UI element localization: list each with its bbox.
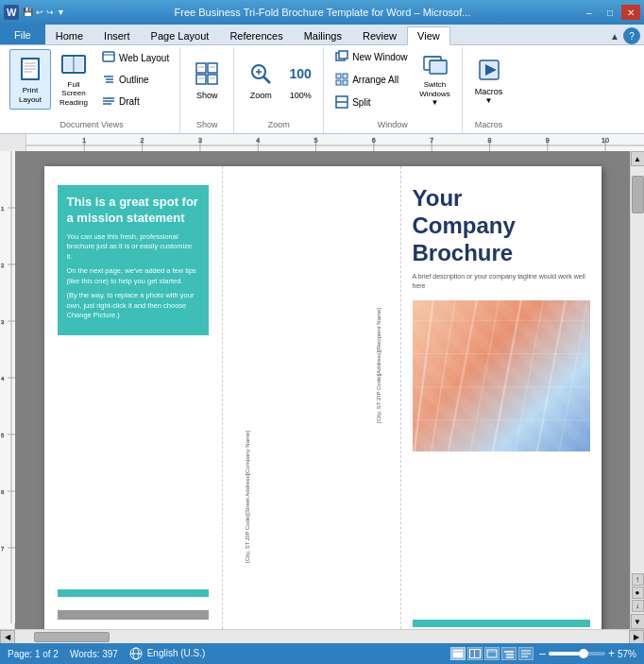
company-return-address: [Company Name] [Street Address] [City, S…	[244, 431, 252, 563]
select-browse-button[interactable]: ●	[632, 587, 644, 599]
new-window-button[interactable]: New Window	[330, 46, 412, 67]
zoom-button[interactable]: Zoom	[240, 49, 281, 110]
zoom-bar-fill	[549, 652, 580, 655]
svg-rect-21	[208, 63, 217, 73]
svg-line-85	[413, 300, 435, 451]
split-button[interactable]: Split	[330, 92, 412, 112]
outline-button[interactable]: Outline	[96, 69, 174, 90]
title-bar: W 💾 ↩ ↪ ▼ Free Business Tri-Fold Brochur…	[0, 0, 644, 25]
svg-line-29	[263, 77, 270, 83]
svg-rect-34	[336, 74, 341, 78]
svg-rect-20	[196, 63, 206, 73]
svg-text:6: 6	[372, 137, 376, 144]
tab-review[interactable]: Review	[352, 26, 407, 44]
svg-rect-46	[26, 134, 644, 151]
main-content: 1 2 3 4 5 6 7 8 9 10	[0, 134, 644, 643]
tab-home[interactable]: Home	[45, 26, 93, 44]
scroll-up-button[interactable]: ▲	[631, 151, 645, 166]
scroll-h-thumb[interactable]	[34, 632, 110, 642]
mission-para1: You can use this fresh, professional bro…	[67, 232, 199, 263]
svg-rect-9	[64, 58, 74, 71]
svg-text:8: 8	[487, 137, 491, 144]
zoom-slider[interactable]	[549, 652, 605, 655]
svg-line-87	[446, 300, 479, 451]
zoom-100-button[interactable]: 100 100%	[283, 49, 317, 110]
web-layout-button[interactable]: Web Layout	[96, 47, 174, 68]
svg-line-89	[490, 300, 523, 451]
left-panel: This is a great spot for a mission state…	[44, 166, 223, 629]
new-window-icon	[334, 49, 349, 64]
zoom-100-label: 100%	[290, 91, 312, 100]
web-view-toggle[interactable]	[484, 647, 500, 660]
scroll-v-thumb[interactable]	[632, 176, 644, 213]
zoom-group-label: Zoom	[240, 118, 317, 131]
svg-rect-36	[336, 80, 341, 85]
scroll-left-button[interactable]: ◀	[0, 630, 15, 644]
zoom-percent[interactable]: 57%	[618, 649, 636, 659]
svg-text:W: W	[7, 7, 17, 18]
minimize-button[interactable]: –	[580, 5, 599, 20]
title-bar-left: W 💾 ↩ ↪ ▼	[4, 5, 65, 20]
macros-button[interactable]: Macros ▼	[468, 49, 510, 110]
svg-rect-104	[470, 650, 474, 657]
recipient-name: [Recipient Name]	[375, 308, 383, 351]
scroll-h-track	[15, 630, 629, 643]
svg-line-92	[556, 300, 589, 451]
svg-rect-84	[413, 300, 590, 451]
scroll-v-track	[631, 166, 644, 571]
canvas-area[interactable]: This is a great spot for a mission state…	[15, 151, 630, 629]
scrollbar-vertical[interactable]: ▲ ↑ ● ↓ ▼	[630, 151, 644, 629]
full-screen-toggle[interactable]	[467, 647, 483, 660]
next-page-button[interactable]: ↓	[632, 600, 644, 612]
company-name-vert: [Company Name]	[244, 431, 252, 475]
show-button[interactable]: Show	[186, 49, 228, 110]
tab-page-layout[interactable]: Page Layout	[141, 26, 220, 44]
print-view-toggle[interactable]	[450, 647, 466, 660]
svg-rect-33	[339, 51, 347, 59]
right-panel: YourCompanyBrochure A brief description …	[401, 166, 602, 629]
window-content: New Window Arrange All Split	[330, 49, 455, 118]
zoom-minus-button[interactable]: –	[539, 647, 546, 660]
brochure-image	[413, 300, 590, 451]
draft-icon	[101, 94, 116, 109]
outline-toggle[interactable]	[501, 647, 517, 660]
print-layout-button[interactable]: PrintLayout	[9, 49, 51, 110]
zoom-100-icon: 100	[285, 59, 315, 89]
scroll-down-button[interactable]: ▼	[631, 614, 645, 629]
svg-text:1: 1	[82, 137, 86, 144]
views-small-group: Web Layout Outline Draft	[96, 49, 174, 110]
ribbon: PrintLayout Full ScreenReading	[0, 45, 644, 134]
document-views-label: Document Views	[9, 118, 174, 131]
full-screen-reading-button[interactable]: Full ScreenReading	[53, 49, 94, 110]
close-button[interactable]: ✕	[621, 5, 640, 20]
ribbon-expand-icon[interactable]: ▲	[610, 31, 619, 42]
svg-rect-68	[0, 151, 15, 623]
tab-file[interactable]: File	[0, 24, 45, 44]
print-layout-label: PrintLayout	[19, 86, 42, 104]
tab-references[interactable]: References	[219, 26, 293, 44]
switch-windows-button[interactable]: SwitchWindows ▼	[415, 49, 456, 110]
tab-mailings[interactable]: Mailings	[294, 26, 352, 44]
maximize-button[interactable]: □	[601, 5, 619, 20]
draft-toggle[interactable]	[518, 647, 534, 660]
mission-title: This is a great spot for a mission state…	[67, 195, 199, 227]
svg-rect-22	[196, 75, 206, 84]
scroll-right-button[interactable]: ▶	[629, 630, 644, 644]
tab-insert[interactable]: Insert	[93, 26, 141, 44]
teal-mission-box: This is a great spot for a mission state…	[58, 185, 209, 335]
quick-access: 💾 ↩ ↪ ▼	[23, 8, 65, 17]
draft-button[interactable]: Draft	[96, 91, 174, 111]
window-small-btns: New Window Arrange All Split	[330, 49, 412, 110]
ruler-horizontal: 1 2 3 4 5 6 7 8 9 10	[0, 134, 644, 151]
zoom-plus-button[interactable]: +	[608, 647, 615, 660]
zoom-slider-thumb[interactable]	[579, 649, 588, 658]
macros-group-label: Macros	[468, 118, 510, 131]
help-icon[interactable]: ?	[623, 27, 640, 44]
tab-view[interactable]: View	[407, 26, 450, 45]
prev-page-button[interactable]: ↑	[632, 573, 644, 586]
split-label: Split	[352, 97, 370, 108]
arrange-all-button[interactable]: Arrange All	[330, 69, 412, 90]
svg-line-86	[429, 300, 456, 451]
word-icon: W	[4, 5, 19, 20]
zoom-icon	[246, 59, 276, 89]
